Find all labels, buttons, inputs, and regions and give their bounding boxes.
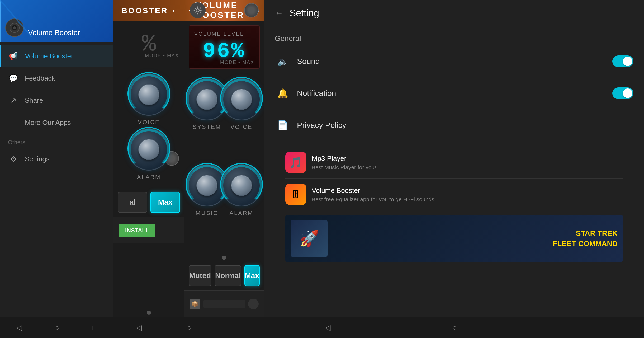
knob-label-system: SYSTEM	[193, 124, 221, 130]
panel-gear[interactable]	[190, 2, 206, 18]
nav-recents-1[interactable]: □	[82, 319, 108, 336]
btn-normal-left[interactable]: al	[118, 192, 147, 213]
mp3-player-desc: Best Music Player for you!	[312, 164, 623, 171]
bottom-nav: ◁ ○ □ ◁ ○ □ ◁ ○ □	[0, 317, 644, 338]
nav-recents-2[interactable]: □	[226, 319, 252, 336]
knob-item-music: MUSIC	[191, 164, 222, 248]
settings-icon: ⚙	[8, 154, 18, 164]
nav-back-2[interactable]: ◁	[126, 319, 153, 336]
scroll-indicator	[184, 256, 264, 261]
knob-item-alarm-left: ALARM	[135, 128, 163, 181]
volume-level-box: VOLUME LEVEL 96% MODE - MAX	[189, 25, 260, 69]
sidebar-share-label: Share	[25, 96, 43, 105]
sidebar-item-settings[interactable]: ⚙ Settings	[0, 148, 113, 170]
sound-toggle[interactable]	[612, 55, 633, 67]
knob-label-alarm: ALARM	[229, 210, 253, 217]
volume-booster-icon: 📢	[8, 51, 18, 61]
notification-icon: 🔔	[275, 85, 291, 101]
mp3-player-name: Mp3 Player	[312, 154, 623, 163]
sidebar-item-volume-booster[interactable]: 📢 Volume Booster	[0, 45, 113, 67]
notification-label: Notification	[297, 89, 612, 98]
nav-back-1[interactable]: ◁	[6, 319, 33, 336]
volume-booster-promo-name: Volume Booster	[312, 186, 623, 195]
settings-row-privacy[interactable]: 📄 Privacy Policy	[275, 109, 633, 141]
nav-back-3[interactable]: ◁	[314, 319, 341, 336]
panel-left-header-text: BOOSTER	[121, 6, 168, 15]
knobs-area: SYSTEM VOICE MUSIC	[184, 73, 264, 256]
knob-voice-left[interactable]	[128, 73, 170, 116]
knob-label-music: MUSIC	[196, 210, 218, 217]
knob-label-alarm-left: ALARM	[137, 174, 161, 181]
btn-muted[interactable]: Muted	[189, 265, 211, 286]
ad-icon: 📦	[190, 299, 200, 309]
sidebar-nav: 📢 Volume Booster 💬 Feedback ↗ Share ⋯ Mo…	[0, 42, 113, 317]
bottom-nav-panels: ◁ ○ □	[113, 319, 264, 336]
knob-item-alarm: ALARM	[226, 164, 257, 248]
general-section-title: General	[275, 26, 633, 45]
scroll-dot-left	[147, 311, 151, 315]
panel-right-buttons: Muted Normal Max	[184, 261, 264, 290]
gear-icon	[193, 6, 202, 15]
star-trek-thumbnail: 🚀	[291, 220, 328, 257]
settings-panel: ← Setting General 🔈 Sound 🔔 Notification…	[264, 0, 644, 317]
star-trek-banner[interactable]: 🚀 STAR TREKFLEET COMMAND	[285, 215, 623, 262]
privacy-icon: 📄	[275, 117, 291, 133]
knob-alarm-left[interactable]	[128, 128, 170, 171]
equalizer-icon: 🎚	[285, 184, 306, 205]
sidebar-header: Volume Booster	[0, 0, 113, 42]
promo-mp3-player[interactable]: 🎵 Mp3 Player Best Music Player for you!	[285, 147, 623, 179]
more-apps-icon: ⋯	[8, 117, 18, 128]
feedback-icon: 💬	[8, 73, 18, 83]
nav-home-2[interactable]: ○	[177, 319, 202, 336]
scroll-dot-right	[222, 256, 226, 260]
panel-left: BOOSTER › % MODE - MAX VOICE	[113, 0, 184, 317]
ad-bar-left: INSTALL	[113, 217, 184, 243]
star-trek-left: 🚀	[285, 215, 547, 262]
notification-toggle[interactable]	[612, 87, 633, 99]
sidebar-more-apps-label: More Our Apps	[25, 119, 71, 127]
volume-level-label: VOLUME LEVEL	[194, 31, 254, 37]
sound-icon: 🔈	[275, 53, 291, 69]
star-trek-text: STAR TREKFLEET COMMAND	[547, 223, 623, 254]
knob-alarm[interactable]	[220, 164, 263, 206]
ad-bar-right: 📦	[184, 290, 264, 317]
nav-recents-3[interactable]: □	[568, 319, 594, 336]
back-button[interactable]: ←	[275, 8, 283, 18]
ad-content	[203, 300, 245, 308]
btn-normal[interactable]: Normal	[215, 265, 241, 286]
panel-right: ‹ VOLUME BOOSTER › VOLUME LEVEL 96% MODE…	[184, 0, 264, 317]
panel-dot	[244, 3, 259, 18]
sound-label: Sound	[297, 57, 612, 66]
settings-title: Setting	[290, 8, 319, 19]
panel-header: ‹ VOLUME BOOSTER ›	[184, 0, 264, 21]
promo-volume-booster[interactable]: 🎚 Volume Booster Best free Equalizer app…	[285, 179, 623, 210]
mode-label: MODE - MAX	[220, 60, 254, 65]
sidebar: Volume Booster 📢 Volume Booster 💬 Feedba…	[0, 0, 113, 317]
sidebar-item-feedback[interactable]: 💬 Feedback	[0, 67, 113, 89]
install-button-left[interactable]: INSTALL	[119, 224, 155, 237]
promo-section: 🎵 Mp3 Player Best Music Player for you! …	[275, 141, 633, 267]
knob-item-voice: VOICE	[226, 78, 257, 162]
nav-home-3[interactable]: ○	[442, 319, 467, 336]
panel-left-header: BOOSTER ›	[113, 0, 184, 21]
bottom-nav-sidebar: ◁ ○ □	[0, 319, 113, 336]
sidebar-item-share[interactable]: ↗ Share	[0, 89, 113, 111]
sidebar-app-name: Volume Booster	[28, 29, 80, 37]
panels-area: BOOSTER › % MODE - MAX VOICE	[113, 0, 264, 317]
settings-row-sound: 🔈 Sound	[275, 45, 633, 77]
btn-max[interactable]: Max	[244, 265, 260, 286]
sidebar-feedback-label: Feedback	[25, 74, 55, 82]
app-logo	[5, 18, 24, 37]
bottom-nav-settings: ◁ ○ □	[264, 319, 644, 336]
svg-point-2	[13, 26, 16, 29]
knob-item-voice-left: VOICE	[135, 73, 163, 126]
btn-max-left[interactable]: Max	[150, 192, 180, 213]
volume-booster-promo-desc: Best free Equalizer app for you to ge Hi…	[312, 196, 623, 203]
mp3-player-icon: 🎵	[285, 152, 306, 173]
sidebar-item-more-apps[interactable]: ⋯ More Our Apps	[0, 111, 113, 134]
knob-voice[interactable]	[220, 78, 263, 120]
nav-home-1[interactable]: ○	[45, 319, 70, 336]
panel-left-buttons: al Max	[113, 187, 184, 217]
knob-label-voice: VOICE	[230, 124, 252, 130]
ad-close	[248, 299, 259, 309]
